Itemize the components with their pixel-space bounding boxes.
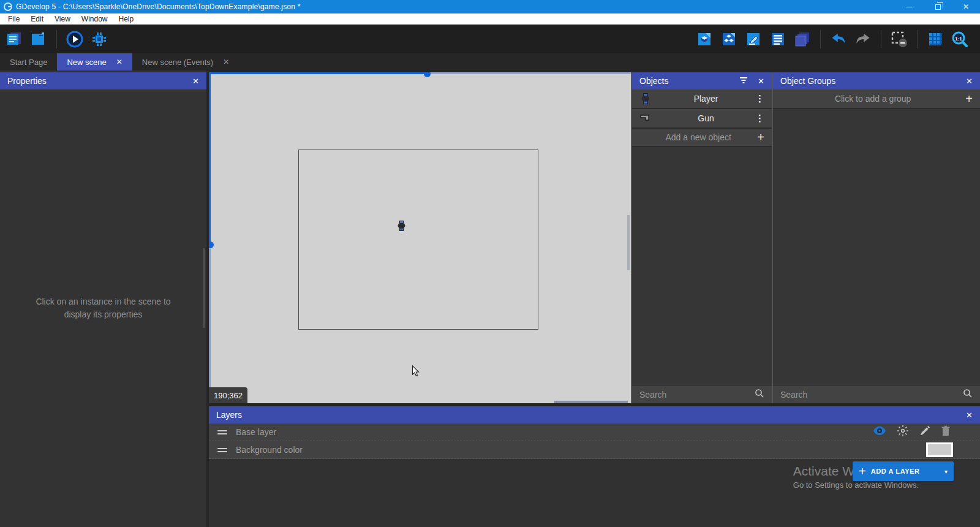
layers-panel-header: Layers ✕ (209, 406, 980, 423)
scene-window-border-top (209, 72, 427, 74)
chevron-down-icon[interactable]: ▾ (940, 468, 948, 475)
add-object-row[interactable]: Add a new object + (632, 129, 772, 147)
toolbar-left-group (5, 30, 108, 48)
object-name: Gun (658, 113, 754, 123)
editor-top-row: 190;362 Objects ✕ (209, 70, 980, 403)
plus-icon: + (965, 93, 973, 105)
player-instance[interactable] (398, 221, 405, 233)
layer-name: Background color (236, 445, 926, 455)
toolbar-separator (917, 30, 918, 48)
tab-close-icon[interactable]: ✕ (116, 58, 123, 66)
close-icon[interactable]: ✕ (758, 77, 764, 86)
main-content: Properties ✕ Click on an instance in the… (0, 70, 980, 527)
objects-editor-icon[interactable] (695, 30, 714, 48)
groups-search-row (773, 386, 980, 403)
menu-window[interactable]: Window (76, 13, 113, 25)
objects-panel: Objects ✕ Player ⋮ (631, 72, 772, 403)
object-groups-editor-icon[interactable] (720, 30, 738, 48)
background-color-swatch[interactable] (926, 442, 953, 457)
close-icon: ✕ (963, 2, 969, 11)
close-window-button[interactable]: ✕ (952, 0, 980, 13)
groups-search-input[interactable] (780, 390, 963, 400)
edit-pencil-icon[interactable] (919, 425, 930, 439)
visibility-eye-icon[interactable] (873, 426, 886, 438)
toolbar-separator (820, 30, 821, 48)
cursor-coordinates-badge: 190;362 (209, 387, 247, 403)
close-icon[interactable]: ✕ (192, 77, 199, 86)
trash-icon[interactable] (941, 425, 951, 439)
game-resolution-rectangle (298, 150, 538, 330)
debug-icon[interactable] (90, 30, 108, 48)
menu-edit[interactable]: Edit (25, 13, 49, 25)
add-group-label: Click to add a group (780, 94, 965, 104)
tab-label: Start Page (10, 58, 47, 67)
scene-window-icon[interactable] (29, 30, 48, 48)
properties-empty-message: Click on an instance in the scene to dis… (22, 295, 184, 321)
play-preview-icon[interactable] (66, 30, 84, 48)
zoom-original-icon[interactable]: 1:1 (951, 30, 969, 48)
filter-icon[interactable] (739, 77, 748, 86)
scene-window-border-left-lower (209, 245, 211, 403)
kebab-menu-icon[interactable]: ⋮ (754, 113, 766, 124)
objects-search-row (632, 386, 772, 403)
gdevelop-window: GDevelop 5 - C:\Users\Sparkle\OneDrive\D… (0, 0, 980, 527)
properties-panel-header: Properties ✕ (0, 72, 206, 89)
properties-panel: Properties ✕ Click on an instance in the… (0, 70, 209, 527)
minimize-icon: — (906, 2, 913, 11)
gun-thumbnail-icon (638, 114, 653, 123)
menu-file[interactable]: File (2, 13, 25, 25)
instances-list-icon[interactable] (769, 30, 787, 48)
tab-bar: Start Page New scene ✕ New scene (Events… (0, 53, 980, 70)
properties-panel-body: Click on an instance in the scene to dis… (0, 89, 206, 527)
kebab-menu-icon[interactable]: ⋮ (754, 93, 766, 104)
menu-view[interactable]: View (49, 13, 76, 25)
objects-panel-header: Objects ✕ (632, 72, 772, 89)
canvas-vertical-scrollbar[interactable] (627, 215, 630, 270)
scene-window-handle-left[interactable] (209, 241, 214, 248)
tab-close-icon[interactable]: ✕ (223, 58, 229, 66)
title-bar: GDevelop 5 - C:\Users\Sparkle\OneDrive\D… (0, 0, 980, 13)
tab-new-scene[interactable]: New scene ✕ (57, 53, 132, 70)
close-icon[interactable]: ✕ (966, 411, 973, 420)
project-manager-icon[interactable] (5, 30, 23, 48)
properties-editor-icon[interactable] (744, 30, 763, 48)
objects-panel-title: Objects (639, 76, 668, 86)
restore-button[interactable] (924, 0, 952, 13)
tab-start-page[interactable]: Start Page (0, 53, 57, 70)
add-group-row[interactable]: Click to add a group + (773, 89, 980, 109)
redo-icon[interactable] (854, 30, 872, 48)
object-row-player[interactable]: Player ⋮ (632, 89, 772, 109)
close-icon[interactable]: ✕ (966, 77, 973, 86)
effects-icon[interactable] (897, 425, 909, 439)
scene-window-handle-top[interactable] (424, 72, 431, 77)
player-thumbnail-icon (638, 93, 653, 104)
layers-panel-bottom-area: Activate Windows Go to Settings to activ… (209, 459, 980, 527)
layer-actions (873, 425, 971, 439)
layers-editor-icon[interactable] (793, 30, 812, 48)
layer-name: Base layer (236, 427, 873, 437)
drag-handle-icon[interactable] (217, 430, 227, 434)
tab-new-scene-events[interactable]: New scene (Events) ✕ (132, 53, 239, 70)
search-icon (963, 389, 973, 401)
clear-selection-icon[interactable] (890, 30, 908, 48)
add-layer-button-label: ADD A LAYER (871, 468, 940, 475)
grid-icon[interactable] (926, 30, 944, 48)
minimize-button[interactable]: — (895, 0, 924, 13)
object-name: Player (658, 94, 754, 104)
properties-scrollbar[interactable] (203, 248, 205, 328)
object-row-gun[interactable]: Gun ⋮ (632, 109, 772, 129)
editor-right-column: 190;362 Objects ✕ (209, 70, 980, 527)
window-title: GDevelop 5 - C:\Users\Sparkle\OneDrive\D… (16, 2, 301, 11)
mouse-cursor (412, 365, 420, 380)
toolbar: 1:1 (0, 25, 980, 53)
drag-handle-icon[interactable] (217, 448, 227, 452)
menu-bar: File Edit View Window Help (0, 13, 980, 25)
layer-row-base[interactable]: Base layer (209, 423, 980, 441)
layer-row-background-color[interactable]: Background color (209, 441, 980, 459)
objects-search-input[interactable] (639, 390, 755, 400)
scene-canvas[interactable]: 190;362 (209, 72, 631, 403)
objects-panel-empty-area (632, 147, 772, 386)
menu-help[interactable]: Help (113, 13, 140, 25)
undo-icon[interactable] (829, 30, 848, 48)
add-layer-button[interactable]: + ADD A LAYER ▾ (853, 461, 954, 481)
